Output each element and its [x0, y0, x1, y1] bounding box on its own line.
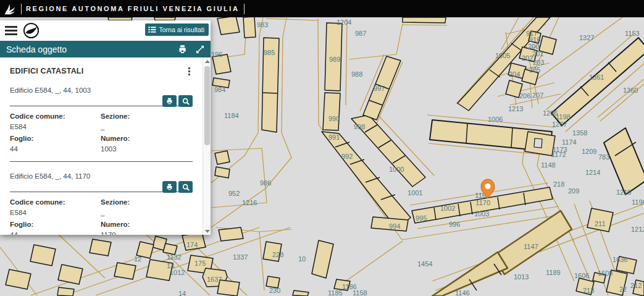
scrollbar-thumb[interactable] — [204, 66, 210, 145]
field-sezione: Sezione: _ — [101, 198, 193, 216]
region-eagle-logo-icon — [3, 2, 17, 15]
field-numero: Numero: 1003 — [101, 135, 193, 153]
map-parcel-label: 1209 — [582, 148, 596, 155]
field-codice-comune: Codice comune: E584 — [10, 198, 101, 216]
map-parcel-label: 1606 — [574, 272, 589, 279]
map-parcel-label: 985 — [264, 49, 275, 56]
map-parcel-label: 987 — [355, 30, 366, 37]
scroll-down-icon[interactable] — [203, 227, 211, 235]
map-parcel-label: 998 — [354, 123, 365, 130]
zoom-to-record-button[interactable] — [178, 95, 193, 107]
map-parcel-label: 1174 — [562, 138, 577, 146]
map-parcel-label: 201 — [532, 50, 543, 57]
map-parcel-label: 988 — [351, 70, 362, 78]
map-parcel-label: 1147 — [524, 243, 538, 250]
map-parcel-label: 1012 — [170, 269, 185, 276]
map-parcel-label: 230 — [269, 287, 280, 294]
map-parcel-label: 212 — [630, 282, 642, 289]
object-detail-panel: Torna ai risultati Scheda oggetto EDIFIC… — [0, 20, 211, 235]
zoom-to-record-button[interactable] — [178, 181, 193, 193]
webgis-logo-icon — [23, 22, 40, 39]
map-parcel-label: 1637 — [207, 276, 222, 283]
map-parcel-label: 1210 — [616, 188, 631, 196]
map-parcel-label: 1213 — [508, 105, 523, 112]
map-parcel-label: 952 — [228, 190, 240, 197]
print-record-button[interactable] — [162, 95, 177, 107]
map-parcel-label: 992 — [341, 153, 353, 160]
map-parcel-label: 1327 — [579, 34, 594, 41]
menu-icon[interactable] — [5, 24, 17, 37]
map-parcel-label: 1006 — [488, 116, 503, 123]
panel-scrollbar[interactable] — [203, 57, 211, 235]
section-title: EDIFICI CATASTALI — [10, 67, 83, 75]
map-parcel-label: 1361 — [589, 74, 604, 81]
map-parcel-label: 1005 — [495, 52, 510, 59]
map-parcel-label: 10 — [298, 255, 306, 263]
map-parcel-label: 983 — [257, 21, 268, 28]
map-parcel-label: 209 — [568, 187, 579, 195]
expand-panel-icon[interactable] — [196, 45, 204, 54]
map-parcel-label: 1608 — [598, 269, 613, 277]
field-numero: Numero: 1170 — [101, 221, 193, 235]
map-parcel-label: 1189 — [546, 269, 561, 276]
map-parcel-label: 1000 — [389, 166, 404, 173]
map-parcel-label: 196 — [211, 51, 222, 58]
map-parcel-label: 218 — [553, 180, 564, 188]
map-parcel-label: 1172 — [551, 151, 566, 158]
map-parcel-label: 1216 — [242, 199, 257, 206]
map-parcel-label: 1003 — [474, 210, 489, 218]
map-parcel-label: 22 — [619, 285, 627, 293]
map-parcel-label: 1185 — [328, 289, 343, 296]
region-title: REGIONE AUTONOMA FRIULI VENEZIA GIULIA — [26, 5, 240, 12]
print-panel-icon[interactable] — [177, 44, 188, 54]
map-parcel-label: 205 — [529, 66, 540, 74]
map-parcel-label: 12 — [134, 255, 141, 263]
map-parcel-label: 1204 — [337, 19, 351, 26]
field-codice-comune: Codice comune: E584 — [10, 112, 101, 130]
map-parcel-label: 1636 — [613, 256, 627, 263]
map-parcel-label: 1214 — [585, 169, 600, 176]
scroll-up-icon[interactable] — [203, 57, 211, 65]
map-parcel-label: 206 — [519, 92, 530, 99]
map-parcel-label: 1132 — [167, 253, 182, 261]
map-parcel-label: 174 — [186, 241, 198, 248]
map-parcel-label: 207 — [532, 91, 543, 99]
map-parcel-label: 1207 — [552, 121, 567, 128]
record-title: Edificio E584, _, 44, 1003 — [10, 87, 193, 94]
map-parcel-label: 1158 — [353, 289, 367, 296]
map-parcel-label: 989 — [329, 56, 340, 63]
map-parcel-label: 1153 — [625, 30, 640, 37]
map-parcel-label: 986 — [260, 179, 271, 187]
record-item: Edificio E584, _, 44, 1003 Codice comune… — [10, 87, 193, 162]
map-parcel-label: 994 — [389, 222, 400, 230]
top-bar: REGIONE AUTONOMA FRIULI VENEZIA GIULIA — [0, 0, 644, 17]
print-record-button[interactable] — [162, 181, 177, 193]
panel-title: Scheda oggetto — [6, 44, 67, 54]
map-parcel-label: 202 — [522, 54, 533, 62]
record-title: Edificio E584, _, 44, 1170 — [10, 172, 193, 180]
map-parcel-label: 1454 — [417, 260, 432, 268]
map-parcel-label: 1360 — [623, 87, 638, 94]
map-parcel-label: 228 — [272, 251, 283, 258]
map-parcel-label: 203 — [533, 59, 544, 66]
map-parcel-label: 990 — [328, 115, 340, 122]
more-options-icon[interactable] — [186, 67, 193, 76]
field-foglio: Foglio: 44 — [10, 221, 101, 235]
list-icon — [148, 26, 156, 33]
map-parcel-label: 1196 — [632, 198, 644, 206]
field-sezione: Sezione: _ — [101, 112, 193, 130]
panel-body: EDIFICI CATASTALI Edificio E584, _, 44, … — [0, 57, 211, 235]
map-parcel-label: 1146 — [455, 289, 470, 296]
map-parcel-label: 1212 — [631, 226, 644, 233]
map-parcel-label: 1337 — [233, 253, 248, 261]
map-parcel-label: 200 — [528, 43, 539, 50]
map-parcel-label: 213 — [583, 287, 594, 294]
map-parcel-label: 783 — [598, 153, 609, 161]
map-parcel-label: 204 — [509, 70, 520, 78]
back-to-results-button[interactable]: Torna ai risultati — [145, 23, 209, 36]
app: 9839851969841184986952121612049879889899… — [0, 0, 644, 296]
record-item: Edificio E584, _, 44, 1170 Codice comune… — [10, 172, 193, 235]
panel-header: Scheda oggetto — [0, 41, 211, 57]
map-parcel-label: 995 — [416, 214, 427, 222]
map-parcel-label: 1358 — [572, 129, 587, 137]
